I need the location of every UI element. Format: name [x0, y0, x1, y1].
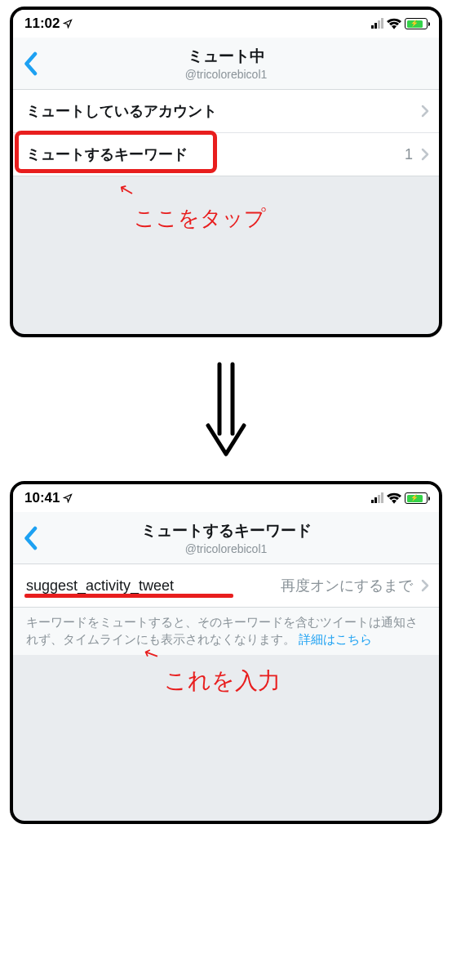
location-icon: [63, 493, 73, 503]
chevron-right-icon: [421, 579, 429, 592]
nav-title-group: ミュート中 @tricolorebicol1: [13, 46, 439, 81]
nav-title-group: ミュートするキーワード @tricolorebicol1: [13, 520, 439, 555]
flow-arrow-icon: [202, 360, 250, 458]
row-right: 再度オンにするまで: [281, 576, 429, 595]
annotation-text: これを入力: [164, 666, 281, 697]
status-bar: 10:41 ⚡: [13, 484, 439, 512]
row-label: ミュートしているアカウント: [26, 101, 217, 121]
help-link[interactable]: 詳細はこちら: [299, 633, 372, 646]
keyword-list: suggest_activity_tweet 再度オンにするまで: [13, 564, 439, 608]
status-right: ⚡: [371, 492, 428, 504]
row-muted-accounts[interactable]: ミュートしているアカウント: [13, 90, 439, 133]
status-time: 10:41: [24, 490, 60, 506]
row-label: ミュートするキーワード: [26, 145, 188, 164]
row-value: 1: [405, 146, 413, 163]
screen-mute-keywords: 10:41 ⚡ ミュートするキーワード @tricolorebicol1 sug…: [10, 481, 442, 824]
annotation-text: ここをタップ: [134, 204, 266, 233]
page-title: ミュート中: [13, 46, 439, 67]
battery-icon: ⚡: [405, 492, 428, 504]
wifi-icon: [387, 18, 401, 29]
screen-mute-settings: 11:02 ⚡ ミュート中 @tricolorebicol1 ミュートしているア…: [10, 7, 442, 337]
signal-icon: [371, 19, 383, 29]
row-right: 1: [405, 146, 429, 163]
page-subtitle: @tricolorebicol1: [13, 68, 439, 81]
annotation-arrow: ↖: [117, 178, 136, 203]
charging-icon: ⚡: [410, 20, 419, 27]
status-left: 11:02: [24, 16, 73, 32]
status-left: 10:41: [24, 490, 73, 506]
signal-icon: [371, 493, 383, 503]
chevron-right-icon: [421, 105, 429, 118]
keyword-text: suggest_activity_tweet: [26, 577, 174, 595]
keyword-duration: 再度オンにするまで: [281, 576, 413, 595]
back-button[interactable]: [21, 526, 39, 550]
settings-list: ミュートしているアカウント ミュートするキーワード 1: [13, 90, 439, 176]
location-icon: [63, 19, 73, 29]
status-bar: 11:02 ⚡: [13, 10, 439, 38]
charging-icon: ⚡: [410, 495, 419, 501]
row-keyword-item[interactable]: suggest_activity_tweet 再度オンにするまで: [13, 564, 439, 608]
chevron-right-icon: [421, 148, 429, 161]
row-muted-keywords[interactable]: ミュートするキーワード 1: [13, 133, 439, 176]
status-time: 11:02: [24, 16, 60, 32]
back-button[interactable]: [21, 51, 39, 76]
nav-bar: ミュート中 @tricolorebicol1: [13, 38, 439, 90]
page-subtitle: @tricolorebicol1: [13, 542, 439, 555]
status-right: ⚡: [371, 18, 428, 29]
battery-icon: ⚡: [405, 18, 428, 29]
row-right: [413, 105, 429, 118]
help-text: キーワードをミュートすると、そのキーワードを含むツイートは通知されず、タイムライ…: [13, 608, 439, 655]
nav-bar: ミュートするキーワード @tricolorebicol1: [13, 512, 439, 564]
page-title: ミュートするキーワード: [13, 520, 439, 541]
wifi-icon: [387, 492, 401, 504]
